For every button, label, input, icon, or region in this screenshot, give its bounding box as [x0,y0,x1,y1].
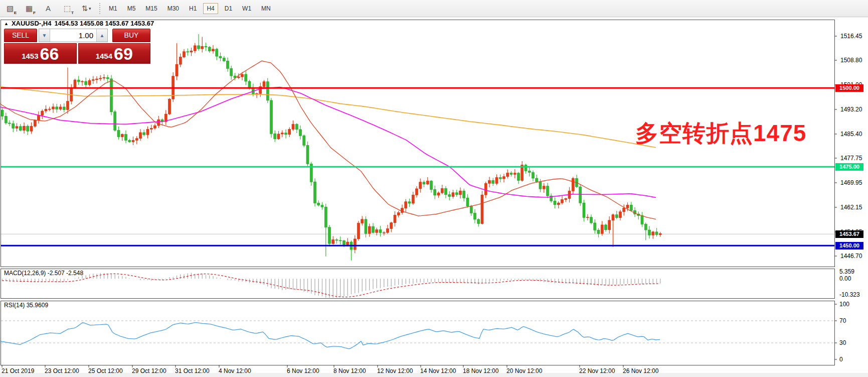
volume-decrease-button[interactable]: ▼ [39,29,50,42]
svg-text:1516.45: 1516.45 [840,33,862,40]
grid-f-icon[interactable]: ▦F [23,3,35,14]
svg-text:4 Nov 12:00: 4 Nov 12:00 [219,367,251,373]
timeframe-M1[interactable]: M1 [105,3,121,14]
svg-text:1508.80: 1508.80 [840,57,862,64]
timeframe-M30[interactable]: M30 [164,3,183,14]
volume-control: ▼ ▲ [39,29,108,42]
timeframe-M5[interactable]: M5 [124,3,139,14]
sell-price-display[interactable]: 1453 66 [4,43,77,64]
buy-button[interactable]: BUY [112,29,150,42]
rsi-indicator-label: RSI(14) 35.9609 [4,302,48,309]
chart-annotation-text[interactable]: 多空转折点1475 [635,118,806,149]
indicators-e-icon[interactable]: ▧E [4,3,16,14]
toolbar-separator [99,3,101,14]
trading-terminal-window: ▧E▦FA⬚T⇅▾ M1M5M15M30H1H4D1W1MN 1516.4515… [0,0,868,377]
timeframe-M15[interactable]: M15 [142,3,160,14]
sell-price-main: 1453 [22,52,38,60]
buy-price-pips: 69 [114,45,133,62]
timeframe-D1[interactable]: D1 [221,3,236,14]
arrows-tool-icon[interactable]: ⇅▾ [80,3,92,14]
text-box-icon[interactable]: ⬚T [61,3,73,14]
top-toolbar: ▧E▦FA⬚T⇅▾ M1M5M15M30H1H4D1W1MN [0,0,868,17]
ma-slow-orange [0,87,656,148]
up-arrow-icon: ▲ [100,33,105,38]
svg-text:22 Nov 12:00: 22 Nov 12:00 [579,367,615,373]
svg-text:1469.95: 1469.95 [840,179,862,186]
macd-indicator-label: MACD(12,26,9) -2.507 -2.548 [4,270,83,277]
one-click-trading-panel: SELL ▼ ▲ BUY 1453 66 1454 69 [4,29,150,64]
svg-text:-10.323: -10.323 [839,291,860,298]
timeframe-toolbar: M1M5M15M30H1H4D1W1MN [105,3,274,14]
svg-text:21 Oct 2019: 21 Oct 2019 [2,367,35,373]
ma-mid-magenta [0,87,656,198]
chart-canvas: 1516.451508.801501.001493.201485.401477.… [0,18,868,373]
svg-text:23 Oct 12:00: 23 Oct 12:00 [45,367,79,373]
symbol-header: ▲ XAUUSD-,H4 1454.53 1455.08 1453.67 145… [4,20,154,27]
svg-text:12 Nov 12:00: 12 Nov 12:00 [377,367,413,373]
chart-area[interactable]: 1516.451508.801501.001493.201485.401477.… [0,18,868,373]
rsi-line [0,323,660,349]
svg-text:18 Nov 12:00: 18 Nov 12:00 [463,367,499,373]
timeframe-H4[interactable]: H4 [203,3,218,14]
svg-text:29 Oct 12:00: 29 Oct 12:00 [132,367,166,373]
svg-text:31 Oct 12:00: 31 Oct 12:00 [175,367,210,373]
svg-text:30: 30 [839,339,846,346]
svg-text:1477.75: 1477.75 [840,155,862,162]
level-price-tag-1500.00: 1500.00 [835,84,863,92]
drawing-tools-group: ▧E▦FA⬚T⇅▾ [0,3,92,14]
timeframe-W1[interactable]: W1 [239,3,255,14]
current-price-tag: 1453.67 [835,230,863,238]
svg-text:0: 0 [839,356,843,363]
down-arrow-icon: ▼ [42,33,47,38]
level-price-tag-1475.00: 1475.00 [835,163,863,171]
timeframe-H1[interactable]: H1 [186,3,200,14]
svg-text:14 Nov 12:00: 14 Nov 12:00 [420,367,456,373]
collapse-triangle-icon[interactable]: ▲ [4,21,9,26]
svg-text:6 Nov 12:00: 6 Nov 12:00 [287,367,319,373]
timeframe-MN[interactable]: MN [258,3,274,14]
svg-text:25 Oct 12:00: 25 Oct 12:00 [88,367,123,373]
svg-text:1485.40: 1485.40 [840,131,862,138]
svg-text:20 Nov 12:00: 20 Nov 12:00 [506,367,543,373]
volume-increase-button[interactable]: ▲ [96,29,107,42]
symbol-ohlc-values: 1454.53 1455.08 1453.67 1453.67 [54,20,154,27]
buy-price-display[interactable]: 1454 69 [78,43,151,64]
svg-text:1446.70: 1446.70 [840,253,862,260]
buy-price-main: 1454 [96,52,112,60]
svg-text:100: 100 [839,301,849,308]
svg-text:8 Nov 12:00: 8 Nov 12:00 [333,367,366,373]
svg-text:1462.15: 1462.15 [840,204,862,211]
svg-text:26 Nov 12:00: 26 Nov 12:00 [623,367,659,373]
text-label-icon[interactable]: A [42,3,54,14]
sell-button[interactable]: SELL [4,29,37,42]
volume-input[interactable] [50,29,96,42]
svg-text:1493.20: 1493.20 [840,106,862,113]
svg-text:70: 70 [839,317,846,324]
sell-price-pips: 66 [40,45,59,62]
symbol-title: XAUUSD-,H4 [12,20,51,27]
svg-text:0.00: 0.00 [839,275,851,282]
level-price-tag-1450.00: 1450.00 [835,242,863,249]
svg-text:5.359: 5.359 [839,268,854,275]
ma-fast-red [0,61,656,219]
